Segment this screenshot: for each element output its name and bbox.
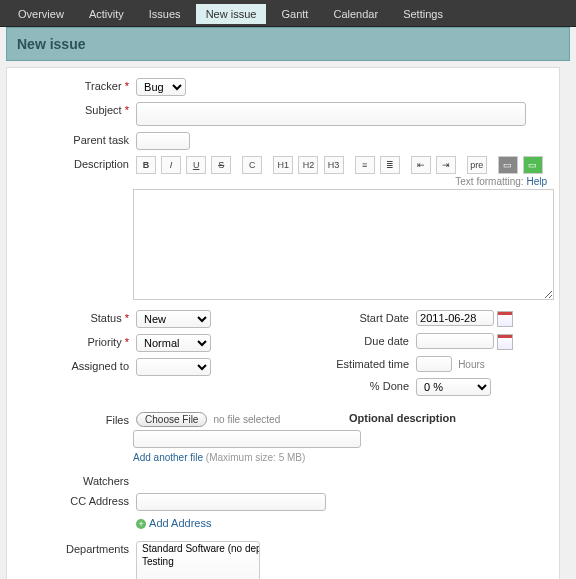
optional-desc-label: Optional description [349,412,456,424]
no-file-text: no file selected [213,414,280,425]
watchers-label: Watchers [19,473,133,487]
dept-option[interactable]: Testing [140,556,256,569]
strike-button[interactable]: S [211,156,231,174]
files-label: Files [19,412,133,426]
done-label: % Done [279,378,413,392]
calendar-icon[interactable] [497,334,513,350]
parent-input[interactable] [136,132,190,150]
status-select[interactable]: New [136,310,211,328]
choose-file-button[interactable]: Choose File [136,412,207,427]
tracker-select[interactable]: Bug [136,78,186,96]
h2-button[interactable]: H2 [298,156,318,174]
dept-option[interactable]: Standard Software (no department) [140,543,256,556]
tab-activity[interactable]: Activity [79,4,134,24]
description-label: Description [19,156,133,170]
departments-label: Departments [19,541,133,555]
link-button[interactable]: ▭ [523,156,543,174]
pre-button[interactable]: pre [467,156,487,174]
start-date-label: Start Date [279,310,413,324]
italic-button[interactable]: I [161,156,181,174]
calendar-icon[interactable] [497,311,513,327]
ol-button[interactable]: ≣ [380,156,400,174]
assigned-select[interactable] [136,358,211,376]
ul-button[interactable]: ≡ [355,156,375,174]
assigned-label: Assigned to [19,358,133,372]
estimated-label: Estimated time [279,356,413,370]
add-address-link[interactable]: Add Address [149,517,211,529]
h1-button[interactable]: H1 [273,156,293,174]
page-title: New issue [17,36,559,52]
tab-new-issue[interactable]: New issue [196,4,267,24]
start-date-input[interactable] [416,310,494,326]
status-label: Status * [19,310,133,324]
underline-button[interactable]: U [186,156,206,174]
due-date-label: Due date [279,333,413,347]
page-title-bar: New issue [6,27,570,61]
done-select[interactable]: 0 % [416,378,491,396]
outdent-button[interactable]: ⇤ [411,156,431,174]
h3-button[interactable]: H3 [324,156,344,174]
tab-settings[interactable]: Settings [393,4,453,24]
tab-gantt[interactable]: Gantt [271,4,318,24]
max-size-text: (Maximum size: 5 MB) [206,452,305,463]
parent-label: Parent task [19,132,133,146]
priority-select[interactable]: Normal [136,334,211,352]
code-button[interactable]: C [242,156,262,174]
formatting-help: Text formatting: Help [455,176,547,187]
image-button[interactable]: ▭ [498,156,518,174]
add-file-link[interactable]: Add another file [133,452,203,463]
optional-desc-input[interactable] [133,430,361,448]
plus-icon: + [136,519,146,529]
hours-suffix: Hours [458,359,485,370]
tab-issues[interactable]: Issues [139,4,191,24]
subject-label: Subject * [19,102,133,116]
cc-input[interactable] [136,493,326,511]
description-textarea[interactable] [133,189,554,300]
due-date-input[interactable] [416,333,494,349]
estimated-input[interactable] [416,356,452,372]
help-link[interactable]: Help [526,176,547,187]
bold-button[interactable]: B [136,156,156,174]
tab-calendar[interactable]: Calendar [323,4,388,24]
subject-input[interactable] [136,102,526,126]
tab-overview[interactable]: Overview [8,4,74,24]
departments-list[interactable]: Standard Software (no department) Testin… [136,541,260,579]
tracker-label: Tracker * [19,78,133,92]
priority-label: Priority * [19,334,133,348]
cc-label: CC Address [19,493,133,507]
indent-button[interactable]: ⇥ [436,156,456,174]
